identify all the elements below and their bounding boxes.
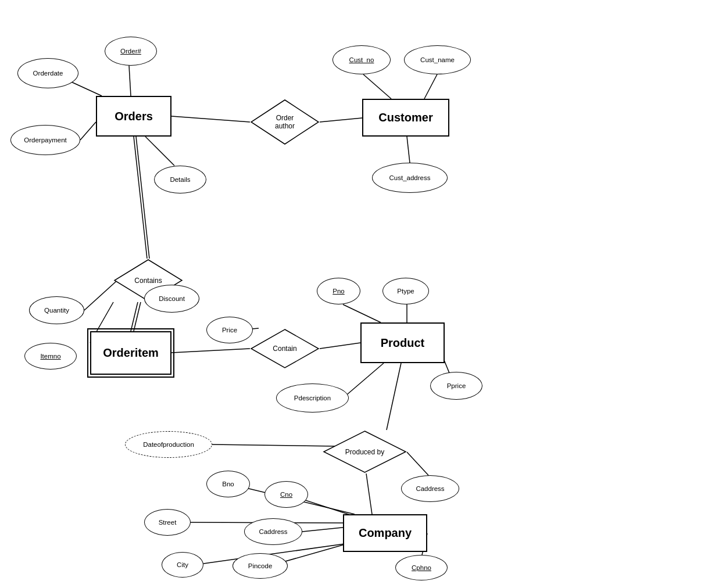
attribute-caddress_bottom: Caddress <box>244 518 302 545</box>
attribute-cno: Cno <box>264 481 308 508</box>
attribute-orderdate: Orderdate <box>17 58 78 88</box>
attribute-orderpayment: Orderpayment <box>10 125 80 155</box>
entity-orders: Orders <box>96 96 171 137</box>
svg-line-7 <box>424 74 437 99</box>
svg-line-5 <box>320 118 362 122</box>
relationship-order_author: Order author <box>250 99 320 145</box>
svg-line-16 <box>171 349 250 353</box>
attribute-caddress_top: Caddress <box>401 475 459 502</box>
er-diagram: OrdersCustomerOrderitemProductCompany Or… <box>0 0 708 588</box>
relationship-produced_by: Produced by <box>323 430 407 474</box>
attribute-pincode: Pincode <box>233 553 288 579</box>
svg-line-3 <box>145 137 174 166</box>
svg-line-11 <box>131 302 138 331</box>
relationship-contain: Contain <box>250 328 320 369</box>
attribute-cust_name: Cust_name <box>404 45 471 74</box>
attribute-city: City <box>162 552 203 578</box>
attribute-ptype: Ptype <box>382 278 429 304</box>
svg-line-18 <box>320 343 360 349</box>
attribute-pdescription: Pdescription <box>276 383 349 413</box>
attribute-bno: Bno <box>206 471 250 497</box>
attribute-discount: Discount <box>144 285 199 313</box>
svg-line-25 <box>212 444 337 446</box>
attribute-cust_no: Cust_no <box>332 45 391 74</box>
attribute-dateofproduction: Dateofproduction <box>125 431 212 458</box>
attribute-details: Details <box>154 166 206 193</box>
svg-line-6 <box>363 74 391 99</box>
entity-company: Company <box>343 514 427 552</box>
attribute-itemno: Itemno <box>24 343 77 370</box>
svg-line-23 <box>387 363 401 430</box>
svg-line-12 <box>134 302 141 331</box>
svg-line-30 <box>302 527 348 532</box>
svg-line-8 <box>407 137 410 163</box>
attribute-cust_address: Cust_address <box>372 163 448 193</box>
svg-line-0 <box>129 66 131 96</box>
attribute-quantity: Quantity <box>29 296 84 324</box>
attribute-pprice: Pprice <box>430 372 482 400</box>
svg-line-24 <box>366 474 372 514</box>
svg-line-21 <box>343 363 384 398</box>
entity-product: Product <box>360 322 445 363</box>
attribute-street: Street <box>144 509 191 536</box>
attribute-price: Price <box>206 317 253 343</box>
svg-line-4 <box>171 116 250 122</box>
svg-line-19 <box>343 304 381 322</box>
svg-line-26 <box>407 452 428 475</box>
entity-orderitem: Orderitem <box>90 331 171 375</box>
attribute-cphno: Cphno <box>395 555 448 580</box>
svg-line-10 <box>136 137 149 259</box>
attribute-pno: Pno <box>317 278 360 304</box>
svg-line-9 <box>134 137 147 259</box>
attribute-order_num: Order# <box>105 37 157 66</box>
svg-line-2 <box>80 122 96 140</box>
entity-customer: Customer <box>362 99 449 137</box>
